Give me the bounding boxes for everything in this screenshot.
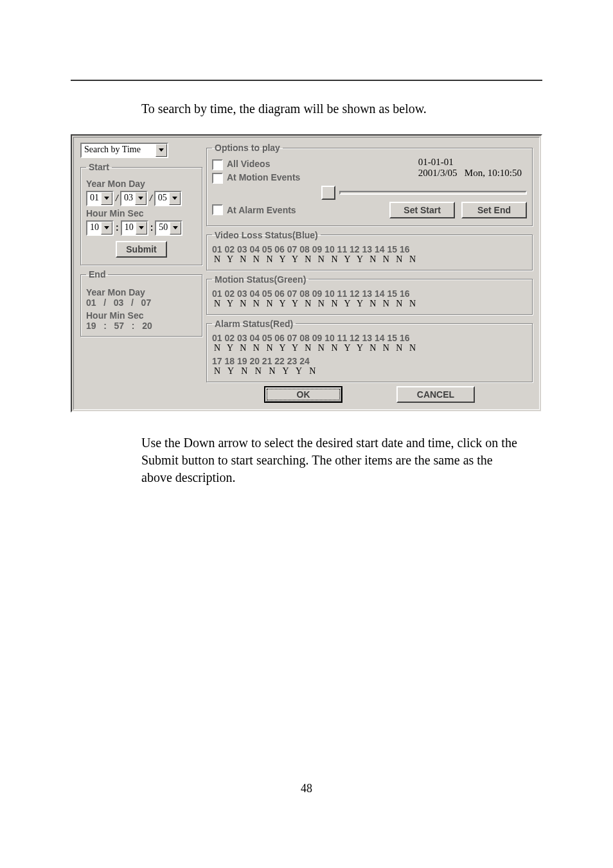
dropdown-arrow-icon[interactable] (155, 144, 167, 157)
at-motion-checkbox[interactable] (212, 173, 223, 184)
left-column: Search by Time Start Year Mon Day 01/03/… (80, 143, 202, 403)
options-group: Options to play All Videos At Motion Eve… (206, 143, 533, 226)
end-group: End Year Mon Day 01 / 03 / 07 Hour Min S… (80, 269, 202, 337)
motion-legend: Motion Status(Green) (212, 274, 308, 285)
chevron-down-icon[interactable] (101, 222, 112, 235)
right-column: Options to play All Videos At Motion Eve… (206, 143, 533, 403)
start-ymd-label: Year Mon Day (86, 179, 197, 189)
submit-button[interactable]: Submit (116, 241, 166, 258)
colon: : (148, 222, 155, 233)
svg-marker-1 (104, 197, 109, 200)
dialog-window: Search by Time Start Year Mon Day 01/03/… (71, 134, 542, 412)
set-end-button[interactable]: Set End (461, 202, 527, 218)
end-hms-label: Hour Min Sec (86, 310, 197, 321)
search-mode-select[interactable]: Search by Time (80, 143, 168, 158)
svg-marker-5 (139, 226, 144, 229)
svg-marker-6 (173, 226, 178, 229)
cancel-button[interactable]: CANCEL (396, 386, 475, 403)
video-loss-legend: Video Loss Status(Blue) (212, 230, 321, 240)
start-group: Start Year Mon Day 01/03/05 Hour Min Sec… (80, 162, 202, 265)
video-loss-vals: N Y N N N Y Y N N N Y Y N N N N (212, 254, 527, 265)
alarm-vals1: N Y N N N Y Y N N N Y Y N N N N (212, 343, 527, 353)
start-mon-select[interactable]: 03 (120, 191, 148, 206)
alarm-group: Alarm Status(Red) 01 02 03 04 05 06 07 0… (206, 319, 533, 382)
page-number: 48 (0, 782, 613, 795)
set-start-button[interactable]: Set Start (389, 202, 455, 218)
chevron-down-icon[interactable] (101, 192, 112, 205)
chevron-down-icon[interactable] (169, 192, 181, 205)
start-hms-label: Hour Min Sec (86, 208, 197, 218)
motion-group: Motion Status(Green) 01 02 03 04 05 06 0… (206, 274, 533, 315)
alarm-legend: Alarm Status(Red) (212, 319, 296, 329)
slash: / (114, 193, 120, 203)
start-min-select[interactable]: 10 (121, 220, 148, 236)
intro-text: To search by time, the diagram will be s… (141, 102, 613, 116)
description-text: Use the Down arrow to select the desired… (141, 434, 526, 486)
video-loss-group: Video Loss Status(Blue) 01 02 03 04 05 0… (206, 230, 533, 270)
start-sec-select[interactable]: 50 (155, 220, 182, 236)
small-button[interactable] (321, 186, 335, 200)
all-videos-label: All Videos (227, 159, 270, 169)
svg-marker-3 (172, 197, 177, 200)
svg-marker-4 (104, 226, 109, 229)
chevron-down-icon[interactable] (170, 222, 181, 235)
slash: / (148, 193, 154, 203)
at-motion-label: At Motion Events (227, 172, 300, 182)
chevron-down-icon[interactable] (135, 192, 147, 205)
end-legend: End (86, 269, 108, 279)
all-videos-checkbox[interactable] (212, 159, 223, 170)
chevron-down-icon[interactable] (136, 222, 147, 235)
alarm-nums2: 17 18 19 20 21 22 23 24 (212, 356, 527, 366)
end-ymd-label: Year Mon Day (86, 287, 197, 297)
divider (339, 191, 527, 195)
end-ymd-value: 01 / 03 / 07 (86, 297, 197, 308)
motion-nums: 01 02 03 04 05 06 07 08 09 10 11 12 13 1… (212, 288, 527, 299)
options-date2: 2001/3/05 Mon, 10:10:50 (418, 168, 522, 179)
start-hour-select[interactable]: 10 (86, 220, 114, 236)
ok-button[interactable]: OK (264, 386, 342, 403)
start-year-select[interactable]: 01 (86, 191, 114, 206)
button-row: OK CANCEL (206, 386, 533, 403)
start-day-select[interactable]: 05 (154, 191, 182, 206)
colon: : (114, 222, 121, 233)
alarm-nums1: 01 02 03 04 05 06 07 08 09 10 11 12 13 1… (212, 333, 527, 343)
end-hms-value: 19 : 57 : 20 (86, 321, 197, 331)
alarm-vals2: N Y N N N Y Y N (212, 366, 527, 376)
at-alarm-label: At Alarm Events (227, 205, 296, 215)
at-alarm-checkbox[interactable] (212, 204, 223, 215)
video-loss-nums: 01 02 03 04 05 06 07 08 09 10 11 12 13 1… (212, 244, 527, 254)
svg-marker-2 (138, 197, 143, 200)
options-date1: 01-01-01 (418, 157, 522, 168)
top-rule (71, 80, 542, 81)
search-mode-value: Search by Time (82, 144, 155, 155)
svg-marker-0 (159, 148, 164, 152)
start-legend: Start (86, 162, 112, 172)
options-legend: Options to play (212, 143, 283, 153)
motion-vals: N Y N N N Y Y N N N Y Y N N N N (212, 299, 527, 309)
